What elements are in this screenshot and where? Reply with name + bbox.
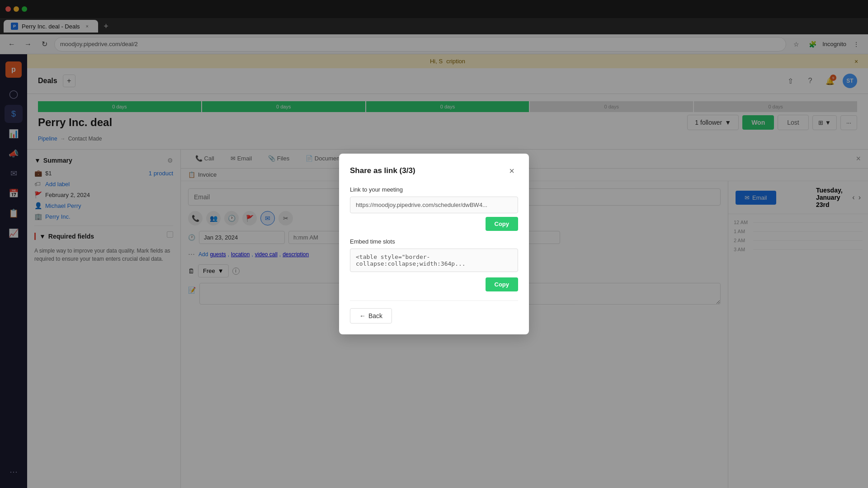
modal-close-button[interactable]: × <box>505 164 518 177</box>
embed-label: Embed time slots <box>350 238 518 245</box>
copy-link-button[interactable]: Copy <box>486 217 519 231</box>
modal-overlay[interactable]: Share as link (3/3) × Link to your meeti… <box>0 0 868 488</box>
copy-embed-button[interactable]: Copy <box>486 277 519 291</box>
back-label: Back <box>368 312 382 319</box>
modal-header: Share as link (3/3) × <box>350 164 518 177</box>
link-label: Link to your meeting <box>350 186 518 193</box>
back-icon: ← <box>359 312 366 319</box>
link-input[interactable] <box>350 197 518 213</box>
back-button[interactable]: ← Back <box>350 308 392 324</box>
embed-section: Embed time slots <table style="border-co… <box>350 238 518 291</box>
embed-textarea[interactable]: <table style="border-collapse:collapse;w… <box>350 249 518 272</box>
share-link-modal: Share as link (3/3) × Link to your meeti… <box>339 154 529 334</box>
modal-footer: ← Back <box>350 300 518 324</box>
modal-title: Share as link (3/3) <box>350 166 415 175</box>
link-section: Link to your meeting Copy <box>350 186 518 231</box>
